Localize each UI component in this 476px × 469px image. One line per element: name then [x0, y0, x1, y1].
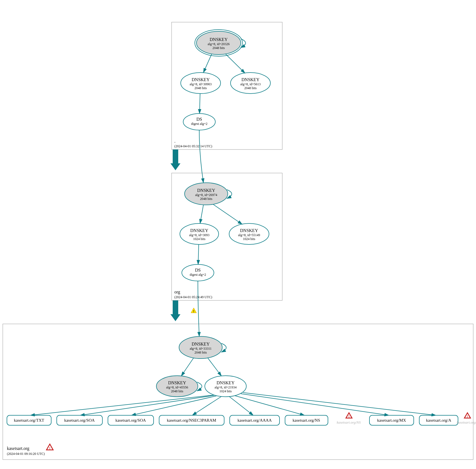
zone-org-time: (2024-04-01 05:24:49 UTC) — [174, 295, 212, 299]
zone-domain-label: kasetsart.org — [7, 446, 29, 451]
svg-text:alg=8, id=26974: alg=8, id=26974 — [195, 193, 217, 197]
svg-text:kasetsart.org/NSEC3PARAM: kasetsart.org/NSEC3PARAM — [167, 418, 216, 422]
svg-text:2048 bits: 2048 bits — [200, 197, 213, 201]
record-soa2: kasetsart.org/SOA — [108, 415, 154, 425]
edge — [200, 205, 203, 223]
zone-root-label: . — [174, 139, 175, 143]
svg-text:2048 bits: 2048 bits — [171, 389, 183, 393]
svg-text:2048 bits: 2048 bits — [213, 46, 225, 50]
svg-text:DNSKEY: DNSKEY — [192, 342, 210, 346]
edge-ds-domksk — [198, 281, 199, 336]
edge — [208, 358, 221, 376]
svg-text:DNSKEY: DNSKEY — [168, 380, 186, 385]
svg-text:DNSKEY: DNSKEY — [240, 228, 258, 233]
svg-text:alg=8, id=30903: alg=8, id=30903 — [190, 82, 212, 86]
svg-text:!: ! — [348, 414, 350, 418]
delegation-arrow-org-domain — [170, 300, 180, 321]
record-soa1: kasetsart.org/SOA — [57, 415, 102, 425]
zone-root-time: (2024-04-01 05:32:14 UTC) — [174, 144, 212, 148]
svg-text:alg=8, id=55149: alg=8, id=55149 — [238, 233, 260, 237]
edge — [198, 244, 199, 264]
svg-text:kasetsart.org/AAAA: kasetsart.org/AAAA — [237, 418, 272, 422]
edge — [181, 358, 194, 376]
record-mx: kasetsart.org/MX — [369, 415, 414, 425]
error-icon: ! — [46, 444, 53, 450]
svg-text:alg=8, id=33311: alg=8, id=33311 — [190, 347, 211, 351]
svg-text:alg=8, id=5613: alg=8, id=5613 — [240, 82, 261, 86]
svg-text:kasetsart.org/TXT: kasetsart.org/TXT — [14, 418, 44, 422]
svg-text:2048 bits: 2048 bits — [195, 86, 207, 90]
zone-org-label: org — [174, 290, 180, 295]
record-nsec3: kasetsart.org/NSEC3PARAM — [159, 415, 224, 425]
svg-text:DNSKEY: DNSKEY — [190, 228, 208, 233]
record-ns: kasetsart.org/NS — [285, 415, 328, 425]
svg-text:kasetsart.org/A: kasetsart.org/A — [457, 420, 476, 424]
svg-text:kasetsart.org/MX: kasetsart.org/MX — [377, 418, 406, 422]
svg-text:DNSKEY: DNSKEY — [197, 188, 215, 193]
edge — [203, 54, 212, 73]
dnssec-diagram: . (2024-04-01 05:32:14 UTC) DNSKEY alg=8… — [0, 0, 476, 469]
svg-text:!: ! — [193, 309, 194, 313]
svg-text:DNSKEY: DNSKEY — [217, 380, 235, 385]
record-a: kasetsart.org/A — [419, 415, 458, 425]
svg-text:DNSKEY: DNSKEY — [210, 37, 228, 42]
record-ns-error: kasetsart.org/NS ! — [337, 413, 361, 424]
svg-text:alg=8, id=45556: alg=8, id=45556 — [166, 385, 188, 389]
svg-text:kasetsart.org/NS: kasetsart.org/NS — [337, 420, 361, 424]
svg-text:kasetsart.org/A: kasetsart.org/A — [426, 418, 451, 422]
delegation-arrow-root-org — [170, 150, 180, 170]
svg-text:2048 bits: 2048 bits — [195, 351, 207, 354]
svg-text:DS: DS — [196, 117, 202, 122]
svg-text:DNSKEY: DNSKEY — [192, 77, 210, 82]
svg-text:alg=8, id=21934: alg=8, id=21934 — [214, 385, 237, 389]
svg-text:kasetsart.org/NS: kasetsart.org/NS — [293, 418, 320, 422]
svg-text:1024 bits: 1024 bits — [193, 237, 206, 241]
svg-text:1024 bits: 1024 bits — [219, 389, 232, 393]
zone-domain-time: (2024-04-01 09:16:20 UTC) — [7, 452, 45, 456]
svg-text:!: ! — [467, 414, 468, 418]
record-aaaa: kasetsart.org/AAAA — [230, 415, 280, 425]
svg-text:alg=8, id=20326: alg=8, id=20326 — [208, 42, 230, 46]
svg-text:2048 bits: 2048 bits — [244, 86, 257, 90]
svg-text:alg=8, id=3093: alg=8, id=3093 — [189, 233, 209, 237]
svg-text:digest alg=2: digest alg=2 — [191, 122, 207, 126]
edge-ds-orgksk — [199, 130, 203, 183]
edge — [213, 204, 242, 224]
edge — [200, 94, 200, 114]
svg-text:kasetsart.org/SOA: kasetsart.org/SOA — [115, 418, 146, 422]
svg-text:DNSKEY: DNSKEY — [242, 77, 260, 82]
svg-text:DS: DS — [195, 268, 201, 272]
svg-text:!: ! — [49, 446, 50, 450]
svg-text:1024 bits: 1024 bits — [243, 237, 255, 241]
svg-text:kasetsart.org/SOA: kasetsart.org/SOA — [64, 418, 95, 422]
record-txt: kasetsart.org/TXT — [7, 415, 51, 425]
edge — [226, 54, 245, 73]
warning-icon: ! — [191, 308, 196, 313]
svg-text:digest alg=2: digest alg=2 — [190, 273, 206, 277]
